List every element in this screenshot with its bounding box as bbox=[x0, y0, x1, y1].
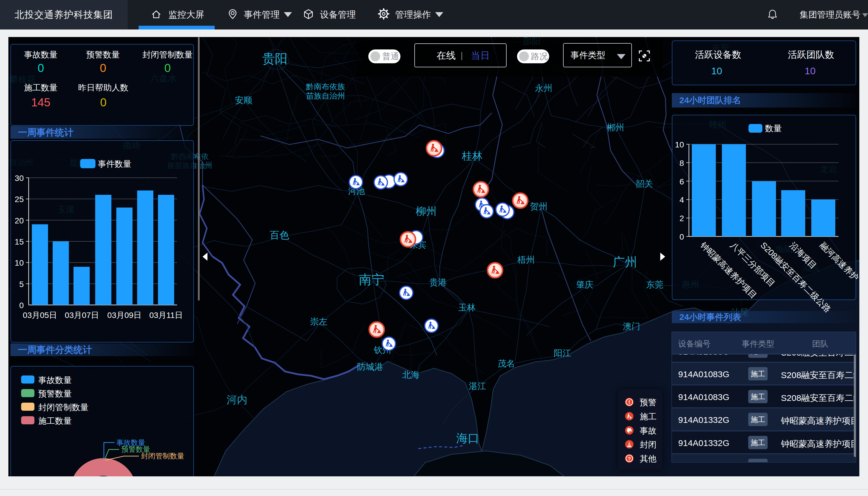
svg-text:黔南布依族: 黔南布依族 bbox=[306, 82, 345, 91]
svg-text:东莞: 东莞 bbox=[646, 280, 663, 289]
svg-text:玉林: 玉林 bbox=[458, 303, 476, 312]
svg-text:百色: 百色 bbox=[270, 230, 289, 241]
svg-text:安顺: 安顺 bbox=[235, 95, 252, 105]
svg-text:海口: 海口 bbox=[456, 432, 479, 445]
svg-text:韶关: 韶关 bbox=[636, 179, 653, 188]
svg-text:柳州: 柳州 bbox=[416, 205, 437, 217]
svg-text:防城港: 防城港 bbox=[357, 362, 383, 371]
svg-text:桂林: 桂林 bbox=[462, 150, 483, 162]
svg-text:茂名: 茂名 bbox=[498, 359, 515, 368]
svg-text:广州: 广州 bbox=[613, 255, 637, 269]
svg-text:贵港: 贵港 bbox=[429, 278, 447, 287]
svg-text:贺州: 贺州 bbox=[530, 201, 548, 211]
svg-text:苗族自治州: 苗族自治州 bbox=[306, 92, 345, 100]
svg-text:?: ? bbox=[628, 456, 631, 462]
svg-text:!: ! bbox=[628, 399, 630, 405]
svg-text:湛江: 湛江 bbox=[469, 381, 486, 391]
svg-text:郴州: 郴州 bbox=[607, 123, 624, 132]
svg-text:澳门: 澳门 bbox=[623, 322, 640, 331]
svg-text:北海: 北海 bbox=[402, 370, 420, 379]
svg-text:梧州: 梧州 bbox=[517, 255, 535, 264]
svg-text:肇庆: 肇庆 bbox=[576, 280, 594, 289]
svg-text:永州: 永州 bbox=[535, 83, 552, 93]
svg-text:河内: 河内 bbox=[227, 394, 248, 405]
svg-text:阳江: 阳江 bbox=[554, 348, 571, 358]
svg-text:贵阳: 贵阳 bbox=[262, 51, 288, 66]
svg-text:南宁: 南宁 bbox=[359, 272, 384, 286]
svg-text:崇左: 崇左 bbox=[310, 317, 328, 326]
